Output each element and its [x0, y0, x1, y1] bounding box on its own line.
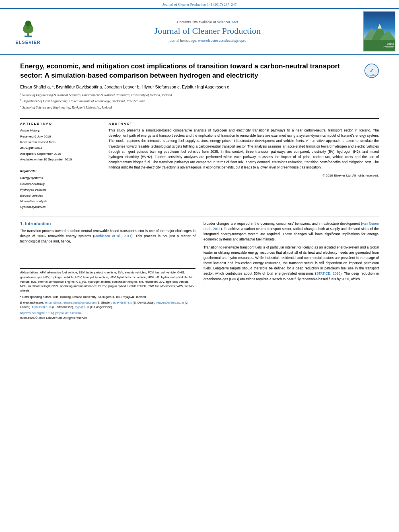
- corresponding-footnote: * Corresponding author. Oddi Building, I…: [20, 295, 195, 299]
- svg-point-4: [25, 21, 31, 26]
- history-label: Article history:: [20, 128, 101, 134]
- science-direct-link[interactable]: ScienceDirect: [217, 20, 238, 24]
- email-link-6[interactable]: eyjo@ru.is: [75, 305, 89, 309]
- doi-link[interactable]: http://dx.doi.org/10.1016/j.jclepro.2016…: [20, 311, 82, 315]
- affiliation-c: c School of Science and Engineering, Rey…: [20, 104, 360, 110]
- article-history: Article history: Received 6 July 2016 Re…: [20, 128, 101, 162]
- accepted-date: Accepted 9 September 2016: [20, 151, 101, 157]
- abstract-body: This study presents a simulation-based c…: [109, 128, 379, 169]
- cover-art-icon: Cleaner Production: [364, 12, 395, 51]
- abstract-divider: [20, 216, 379, 216]
- keyword-5: Normative analysis: [20, 199, 101, 204]
- journal-homepage-label: journal homepage: www.elsevier.com/locat…: [169, 39, 247, 43]
- article-title-wrapper: Energy, economic, and mitigation cost im…: [20, 62, 360, 114]
- svg-text:✓: ✓: [370, 68, 374, 74]
- keywords-section: Keywords: Energy systems Carbon-neutrali…: [20, 169, 101, 210]
- journal-cover-section: Cleaner Production: [359, 9, 399, 54]
- statice-link[interactable]: STATICE, 2016: [316, 271, 340, 275]
- journal-cover-image: Cleaner Production: [363, 11, 395, 51]
- affiliation-b: b Department of Civil Engineering, Unite…: [20, 98, 360, 104]
- info-divider: [20, 165, 101, 165]
- info-abstract-section: ARTICLE INFO Article history: Received 6…: [20, 122, 379, 210]
- crossmark-badge[interactable]: ✓ CrossMark: [364, 64, 379, 78]
- journal-citation-bar: Journal of Cleaner Production 141 (2017)…: [0, 0, 399, 8]
- svg-text:CrossMark: CrossMark: [367, 74, 377, 76]
- article-info-heading: ARTICLE INFO: [20, 122, 101, 125]
- journal-homepage-link[interactable]: www.elsevier.com/locate/jclepro: [198, 39, 246, 43]
- elsevier-tree-icon: [16, 18, 40, 38]
- keyword-4: Electric vehicles: [20, 193, 101, 199]
- keyword-1: Energy systems: [20, 175, 101, 181]
- abstract-column: ABSTRACT This study presents a simulatio…: [109, 122, 379, 210]
- svg-text:Production: Production: [383, 45, 394, 48]
- issn-line: 0959-6526/© 2016 Elsevier Ltd. All right…: [20, 316, 195, 320]
- email-link-3[interactable]: bdavids@hi.is: [113, 301, 132, 304]
- section-1-title: 1. Introduction: [20, 221, 195, 226]
- elsevier-logo: ELSEVIER: [15, 18, 40, 45]
- mathiesen-link[interactable]: Mathiesen et al., 2011: [94, 234, 131, 238]
- abstract-text: This study presents a simulation-based c…: [109, 128, 379, 170]
- copyright-line: © 2016 Elsevier Ltd. All rights reserved…: [109, 174, 379, 177]
- revised-label: Received in revised form: [20, 140, 101, 145]
- affiliations: a School of Engineering & Natural Scienc…: [20, 92, 360, 110]
- email-link-1[interactable]: ehsan@hi.is: [45, 301, 62, 304]
- svg-point-6: [29, 26, 33, 31]
- intro-paragraph-1: The transition process toward a carbon-n…: [20, 228, 195, 244]
- doi-line: http://dx.doi.org/10.1016/j.jclepro.2016…: [20, 311, 195, 315]
- authors-text: Ehsan Shafiei a, *, Brynhildur Davidsdot…: [20, 84, 229, 89]
- section-number: 1.: [20, 221, 24, 226]
- journal-header: ELSEVIER Contents lists available at Sci…: [0, 8, 399, 55]
- abstract-heading: ABSTRACT: [109, 122, 379, 125]
- authors-line: Ehsan Shafiei a, *, Brynhildur Davidsdot…: [20, 84, 360, 89]
- main-content: Energy, economic, and mitigation cost im…: [0, 55, 399, 327]
- section-title: Introduction: [25, 221, 51, 226]
- title-divider: [20, 118, 379, 119]
- keyword-3: Hydrogen vehicles: [20, 187, 101, 193]
- intro-paragraph-3: Transition to renewable transport fuels …: [204, 245, 379, 282]
- email-footnote: E-mail addresses: ehsan@hi.is, ehsan.sha…: [20, 300, 195, 310]
- crossmark-icon: ✓ CrossMark: [364, 64, 379, 78]
- journal-main-title: Journal of Cleaner Production: [154, 26, 261, 36]
- keywords-heading: Keywords:: [20, 169, 101, 173]
- elsevier-name: ELSEVIER: [15, 40, 40, 45]
- journal-title-section: Contents lists available at ScienceDirec…: [56, 9, 359, 54]
- available-date: Available online 10 September 2016: [20, 157, 101, 162]
- body-section: 1. Introduction The transition process t…: [20, 221, 379, 320]
- journal-citation: Journal of Cleaner Production 141 (2017)…: [162, 2, 237, 6]
- van-nunen-link[interactable]: van Nunen et al., 2011: [204, 222, 379, 231]
- email-link-4[interactable]: jleaver@unitec.ac.nz: [156, 301, 184, 304]
- email-link-5[interactable]: hlynurst@ru.is: [32, 305, 51, 309]
- body-left-col: 1. Introduction The transition process t…: [20, 221, 195, 320]
- article-title: Energy, economic, and mitigation cost im…: [20, 62, 360, 80]
- article-info-column: ARTICLE INFO Article history: Received 6…: [20, 122, 101, 210]
- footnote-area: Abbreviations: AFV, alternative fuel veh…: [20, 268, 195, 320]
- elsevier-logo-section: ELSEVIER: [0, 9, 56, 54]
- body-right-col: broader changes are required in the econ…: [204, 221, 379, 320]
- affiliation-a: a School of Engineering & Natural Scienc…: [20, 92, 360, 98]
- abbrev-label: Abbreviations:: [20, 271, 39, 274]
- article-title-section: Energy, economic, and mitigation cost im…: [20, 62, 379, 114]
- keyword-6: System-dynamics: [20, 204, 101, 210]
- revised-date: 26 August 2016: [20, 145, 101, 151]
- received-date: Received 6 July 2016: [20, 134, 101, 140]
- email-link-2[interactable]: ehsan.shafi@gmail.com: [64, 301, 96, 304]
- intro-paragraph-2: broader changes are required in the econ…: [204, 221, 379, 242]
- keyword-2: Carbon-neutrality: [20, 181, 101, 187]
- abbreviations-footnote: Abbreviations: AFV, alternative fuel veh…: [20, 270, 195, 293]
- science-direct-label: Contents lists available at ScienceDirec…: [177, 20, 238, 24]
- svg-text:Cleaner: Cleaner: [387, 43, 394, 45]
- svg-point-5: [23, 26, 27, 31]
